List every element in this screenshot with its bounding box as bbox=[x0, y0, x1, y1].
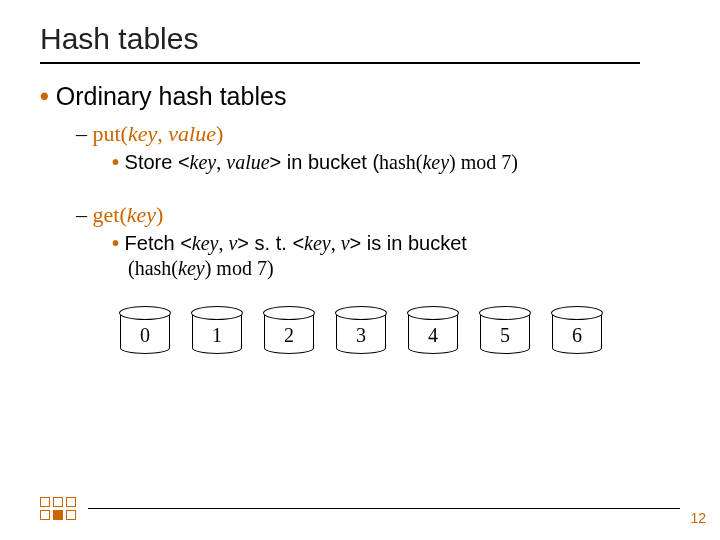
get-arg: key bbox=[127, 202, 156, 227]
slide-title: Hash tables bbox=[40, 22, 680, 56]
bullet-put: put(key, value) bbox=[76, 121, 680, 147]
f2-hash: hash bbox=[135, 257, 172, 279]
fetch-sep: , bbox=[218, 232, 228, 254]
store-p2: ) bbox=[449, 151, 461, 173]
fetch-v2: v bbox=[341, 232, 350, 254]
store-v: value bbox=[226, 151, 269, 173]
f2-open: ( bbox=[128, 257, 135, 279]
b1-text: Ordinary hash tables bbox=[56, 82, 287, 110]
bullet-level1: Ordinary hash tables bbox=[40, 82, 680, 111]
bucket-4: 4 bbox=[408, 306, 458, 354]
bucket-row: 0 1 2 3 4 5 6 bbox=[120, 306, 680, 354]
cylinder-top-icon bbox=[263, 306, 315, 320]
store-key2: key bbox=[422, 151, 449, 173]
f2-mod: mod bbox=[216, 257, 252, 279]
slide: Hash tables Ordinary hash tables put(key… bbox=[0, 0, 720, 540]
square-icon bbox=[40, 510, 50, 520]
cylinder-top-icon bbox=[407, 306, 459, 320]
logo-squares-icon bbox=[40, 497, 76, 520]
cylinder-top-icon bbox=[335, 306, 387, 320]
cylinder-top-icon bbox=[551, 306, 603, 320]
put-pre: put( bbox=[93, 121, 128, 146]
bucket-label: 4 bbox=[408, 314, 458, 354]
bucket-1: 1 bbox=[192, 306, 242, 354]
bucket-label: 2 bbox=[264, 314, 314, 354]
bucket-label: 1 bbox=[192, 314, 242, 354]
store-sep: , bbox=[216, 151, 226, 173]
cylinder-top-icon bbox=[479, 306, 531, 320]
fetch-mid: > s. t. < bbox=[237, 232, 304, 254]
fetch-post: > is in bucket bbox=[350, 232, 467, 254]
store-hash: hash bbox=[379, 151, 416, 173]
bucket-6: 6 bbox=[552, 306, 602, 354]
put-arg2: value bbox=[168, 121, 216, 146]
get-post: ) bbox=[156, 202, 163, 227]
store-mod: mod bbox=[461, 151, 497, 173]
square-filled-icon bbox=[53, 510, 63, 520]
bucket-label: 6 bbox=[552, 314, 602, 354]
bucket-2: 2 bbox=[264, 306, 314, 354]
fetch-sep2: , bbox=[331, 232, 341, 254]
bullet-put-store: Store <key, value> in bucket (hash(key) … bbox=[112, 151, 680, 174]
store-post: > in bucket ( bbox=[270, 151, 380, 173]
bullet-get-fetch-line2: (hash(key) mod 7) bbox=[128, 257, 680, 280]
page-number: 12 bbox=[690, 510, 706, 526]
f2-key: key bbox=[178, 257, 205, 279]
square-icon bbox=[53, 497, 63, 507]
bucket-label: 0 bbox=[120, 314, 170, 354]
put-arg1: key bbox=[128, 121, 157, 146]
footer bbox=[40, 497, 680, 520]
put-post: ) bbox=[216, 121, 223, 146]
fetch-pre: Fetch < bbox=[125, 232, 192, 254]
put-sep: , bbox=[157, 121, 168, 146]
footer-rule bbox=[88, 508, 680, 509]
bucket-label: 3 bbox=[336, 314, 386, 354]
f2-p2: ) bbox=[205, 257, 217, 279]
square-icon bbox=[40, 497, 50, 507]
square-icon bbox=[66, 497, 76, 507]
store-k: key bbox=[190, 151, 217, 173]
fetch-k: key bbox=[192, 232, 219, 254]
bucket-label: 5 bbox=[480, 314, 530, 354]
square-icon bbox=[66, 510, 76, 520]
store-pre: Store < bbox=[125, 151, 190, 173]
fetch-k2: key bbox=[304, 232, 331, 254]
cylinder-top-icon bbox=[119, 306, 171, 320]
f2-tail: 7) bbox=[252, 257, 274, 279]
cylinder-top-icon bbox=[191, 306, 243, 320]
bucket-0: 0 bbox=[120, 306, 170, 354]
bucket-5: 5 bbox=[480, 306, 530, 354]
bullet-get: get(key) bbox=[76, 202, 680, 228]
title-rule bbox=[40, 62, 640, 64]
get-pre: get( bbox=[93, 202, 127, 227]
bucket-3: 3 bbox=[336, 306, 386, 354]
f2-p1: ( bbox=[171, 257, 178, 279]
bullet-get-fetch: Fetch <key, v> s. t. <key, v> is in buck… bbox=[112, 232, 680, 255]
store-tail: 7) bbox=[496, 151, 518, 173]
